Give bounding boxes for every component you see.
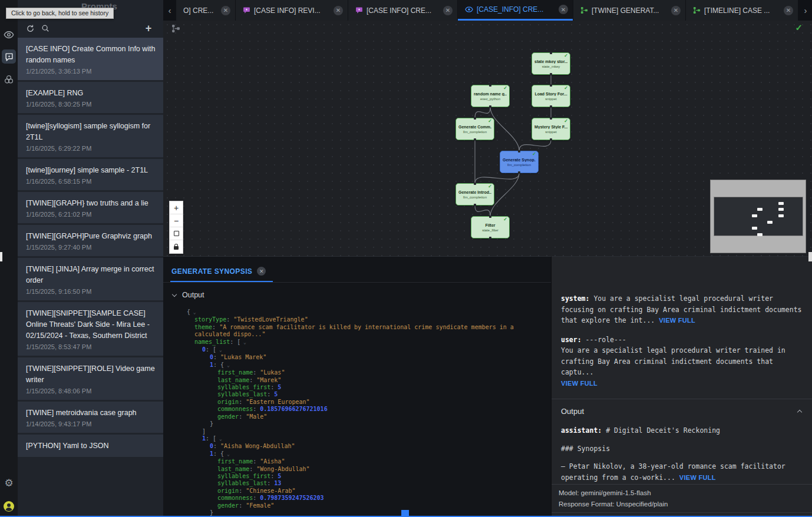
- prompt-list-item-9[interactable]: [TWINE] metroidvania case graph1/14/2025…: [18, 402, 163, 433]
- node-title: Filter: [485, 223, 495, 227]
- app-window: ⚙ Prompts + [CASE INFO] Create Common In…: [0, 0, 812, 517]
- minimap[interactable]: [710, 180, 806, 253]
- flow-canvas[interactable]: ✓ ✓state mkey stor...state_mkey✓random n…: [163, 21, 812, 256]
- tab-1[interactable]: [CASE INFO] REVI...✕: [236, 0, 348, 21]
- graph-node-3[interactable]: ✓Generate Comm...llm_completion: [455, 118, 494, 140]
- collapse-icon[interactable]: ⌄: [224, 363, 230, 368]
- prompt-list-item-5[interactable]: [TWINE][GRAPH]Pure Graphviz graph1/15/20…: [18, 225, 163, 256]
- view-full-link[interactable]: VIEW FULL: [679, 474, 716, 481]
- graph-node-1[interactable]: ✓random name g...exec_python: [471, 85, 510, 107]
- flow-icon: [171, 24, 180, 35]
- node-output-panel: GENERATE SYNOPSIS ✕ Output { ⌄storyType:…: [163, 256, 551, 517]
- tab-5[interactable]: [TIMELINE] CASE ...✕: [686, 0, 798, 21]
- prompt-icon: [355, 6, 363, 14]
- settings-gear-icon[interactable]: ⚙: [0, 474, 18, 492]
- minimap-node: [778, 202, 784, 205]
- json-line-4: names_list: [ ⌄: [163, 339, 551, 346]
- prompt-list-item-4[interactable]: [TWINE][GRAPH} two truths and a lie1/16/…: [18, 192, 163, 223]
- node-subtitle: snippet: [545, 130, 556, 134]
- json-line-22: syllables_first: 5: [163, 473, 551, 480]
- close-icon[interactable]: ✕: [334, 6, 343, 15]
- prompt-list-item-7[interactable]: [TWINE][SNIPPET][SAMPLE CASE] Online Thr…: [18, 302, 163, 356]
- json-line-19: 1: { ⌄: [163, 450, 551, 458]
- prompt-title: [TWINE][GRAPH} two truths and a lie: [26, 198, 156, 209]
- eye-icon[interactable]: [0, 26, 18, 44]
- collapse-icon[interactable]: ⌄: [190, 310, 196, 315]
- check-icon: ✓: [532, 151, 536, 157]
- check-icon: ✓: [564, 85, 568, 91]
- view-full-link[interactable]: VIEW FULL: [659, 317, 695, 324]
- prompt-date: 1/15/2025, 9:16:50 PM: [26, 288, 156, 295]
- output-section-label: Output: [561, 407, 584, 416]
- minimap-node: [757, 208, 763, 211]
- json-line-26: gender: "Female": [163, 502, 551, 509]
- prompt-list-item-8[interactable]: [TWINE][SNIPPET][ROLE] Video game writer…: [18, 357, 163, 400]
- tabs-scroll-right-icon[interactable]: ›: [799, 0, 812, 21]
- collapse-icon[interactable]: ⌄: [224, 452, 230, 457]
- node-title: state mkey stor...: [534, 59, 567, 64]
- resize-handle[interactable]: [401, 510, 409, 517]
- lock-button[interactable]: [170, 240, 183, 253]
- prompt-list: [CASE INFO] Create Common Info with rand…: [18, 38, 163, 517]
- tab-2[interactable]: [CASE INFO] CRE...✕: [348, 0, 457, 21]
- search-icon[interactable]: [38, 21, 53, 36]
- zoom-in-button[interactable]: +: [170, 201, 183, 214]
- view-full-link[interactable]: VIEW FULL: [561, 380, 598, 387]
- tabs-scroll-left-icon[interactable]: ‹: [163, 0, 176, 21]
- node-subtitle: llm_completion: [463, 195, 487, 199]
- collapse-icon[interactable]: ⌄: [216, 347, 222, 353]
- edge-handle-left[interactable]: [0, 252, 2, 261]
- response-format-line: Response Format: Unspecified/plain: [559, 499, 668, 510]
- check-icon: ✓: [488, 184, 492, 189]
- system-message: system: You are a specialist legal proce…: [561, 293, 803, 326]
- prompt-list-item-6[interactable]: [TWINE] [JINJA] Array merge in correct o…: [18, 258, 163, 300]
- edge-handle-right[interactable]: [808, 252, 812, 261]
- output-section-header[interactable]: Output: [163, 283, 551, 303]
- close-icon[interactable]: ✕: [671, 6, 681, 15]
- prompt-list-item-3[interactable]: [twine][journey] simple sample - 2T1L1/1…: [18, 159, 163, 190]
- prompt-list-item-2[interactable]: [twine][syllogism] sample syllogism for …: [18, 115, 163, 157]
- fit-view-button[interactable]: [170, 227, 183, 240]
- knot-icon[interactable]: [0, 71, 18, 88]
- tab-4[interactable]: [TWINE] GENERAT...✕: [573, 0, 685, 21]
- node-subtitle: llm_completion: [507, 163, 531, 167]
- graph-node-4[interactable]: ✓Mystery Style F...snippet: [532, 118, 570, 140]
- graph-node-6[interactable]: ✓Generate Introd...llm_completion: [455, 183, 494, 206]
- close-icon[interactable]: ✕: [784, 6, 793, 15]
- tab-3[interactable]: [CASE_INFO] CRE...✕: [458, 0, 573, 21]
- prompts-panel: Prompts + [CASE INFO] Create Common Info…: [18, 0, 163, 517]
- tab-0[interactable]: O] CRE...✕: [176, 0, 235, 21]
- eye-icon: [465, 5, 473, 14]
- close-icon[interactable]: ✕: [221, 6, 230, 15]
- close-icon[interactable]: ✕: [443, 6, 453, 15]
- tab-strip: O] CRE...✕[CASE INFO] REVI...✕[CASE INFO…: [176, 0, 798, 21]
- generate-synopsis-tab[interactable]: GENERATE SYNOPSIS ✕: [170, 260, 273, 282]
- minimap-node: [778, 214, 784, 217]
- close-icon[interactable]: ✕: [559, 5, 568, 14]
- add-prompt-button[interactable]: +: [141, 21, 156, 36]
- json-line-23: syllables_last: 13: [163, 480, 551, 487]
- zoom-out-button[interactable]: −: [170, 214, 183, 227]
- prompt-list-item-0[interactable]: [CASE INFO] Create Common Info with rand…: [18, 38, 163, 80]
- json-line-3: calculated dispo...": [163, 331, 551, 338]
- graph-node-7[interactable]: ✓Filterstate_filter: [471, 216, 510, 238]
- prompt-title: [CASE INFO] Create Common Info with rand…: [26, 44, 156, 66]
- graph-node-5[interactable]: ✓Generate Synop...llm_completion: [500, 151, 539, 173]
- graph-node-0[interactable]: ✓state mkey stor...state_mkey: [532, 52, 570, 75]
- collapse-icon[interactable]: ⌄: [216, 436, 222, 442]
- prompt-title: [PYTHON] Yaml to JSON: [26, 440, 156, 452]
- prompt-list-item-1[interactable]: [EXAMPLE] RNG1/16/2025, 8:30:25 PM: [18, 82, 163, 113]
- graph-node-2[interactable]: ✓Load Story For...snippet: [532, 85, 570, 107]
- node-subtitle: exec_python: [480, 97, 500, 101]
- prompts-nav-icon[interactable]: [2, 49, 16, 64]
- json-line-18: 0: "Aisha Wong-Abdullah": [163, 443, 551, 450]
- json-line-11: syllables_last: 5: [163, 391, 551, 398]
- close-icon[interactable]: ✕: [257, 267, 266, 276]
- prompt-icon: [243, 6, 250, 14]
- refresh-icon[interactable]: [22, 21, 38, 36]
- output-section-header[interactable]: Output: [552, 399, 812, 422]
- user-avatar-icon[interactable]: [0, 498, 18, 515]
- json-output-viewer: { ⌄storyType: "TwistedLoveTriangle"theme…: [163, 309, 551, 517]
- prompt-list-item-10[interactable]: [PYTHON] Yaml to JSON: [18, 435, 163, 457]
- collapse-icon[interactable]: ⌄: [240, 340, 246, 345]
